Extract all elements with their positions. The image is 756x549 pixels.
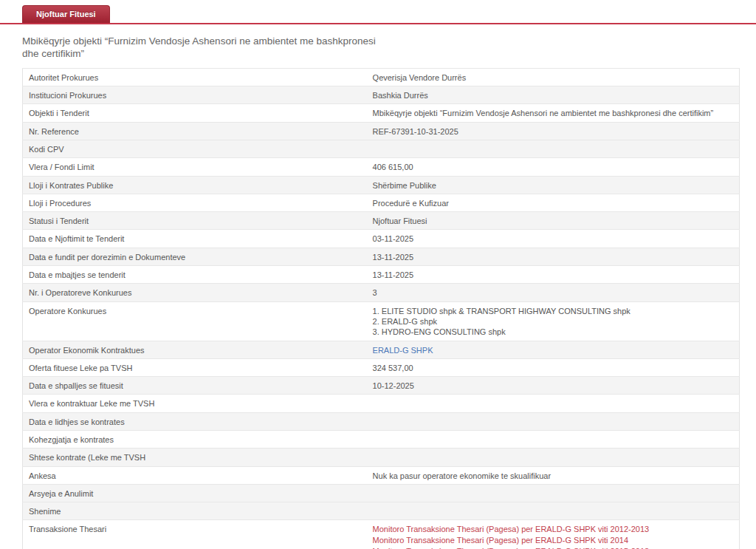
page-title: Mbikëqyrje objekti “Furnizim Vendosje As… <box>22 35 380 61</box>
table-row: Transaksione ThesariMonitoro Transaksion… <box>23 520 740 549</box>
row-value: Mbikëqyrje objekti “Furnizim Vendosje As… <box>367 104 740 122</box>
row-value-text <box>373 435 375 444</box>
row-label: Nr. Reference <box>23 122 367 140</box>
row-value <box>367 502 740 520</box>
table-row: Oferta fituese Leke pa TVSH324 537,00 <box>23 358 740 376</box>
table-row: Data e lidhjes se kontrates <box>23 412 740 430</box>
table-row: Shtese kontrate (Leke me TVSH <box>23 449 740 466</box>
competitor-line: 2. ERALD-G shpk <box>373 316 733 327</box>
row-value-text <box>373 417 375 426</box>
row-label: Ankesa <box>23 466 367 484</box>
row-label: Nr. i Operatoreve Konkurues <box>23 284 367 301</box>
table-row: Objekti i TenderitMbikëqyrje objekti “Fu… <box>23 104 740 122</box>
table-row: Statusi i TenderitNjoftuar Fituesi <box>23 212 740 230</box>
row-value <box>367 140 740 157</box>
row-value-text <box>373 453 375 462</box>
competitor-line: 1. ELITE STUDIO shpk & TRANSPORT HIGHWAY… <box>373 306 733 316</box>
row-value: Bashkia Durrës <box>367 86 740 104</box>
competitor-line: 3. HYDRO-ENG CONSULTING shpk <box>373 327 733 337</box>
row-value: Qeverisja Vendore Durrës <box>367 68 740 86</box>
row-value: REF-67391-10-31-2025 <box>367 122 740 140</box>
table-row: Nr. i Operatoreve Konkurues3 <box>23 284 740 301</box>
table-row: Operator Ekonomik KontraktuesERALD-G SHP… <box>23 341 740 358</box>
row-value-text: 324 537,00 <box>373 364 413 372</box>
table-row: Lloji i Kontrates PublikeShërbime Publik… <box>23 176 740 194</box>
row-label: Vlera e kontraktuar Leke me TVSH <box>23 395 367 412</box>
row-label: Shtese kontrate (Leke me TVSH <box>23 449 367 466</box>
row-label: Transaksione Thesari <box>23 520 367 549</box>
row-value-text: 406 615,00 <box>373 163 413 171</box>
treasury-transaction-link[interactable]: Monitoro Transaksione Thesari (Pagesa) p… <box>373 535 733 546</box>
row-label: Operator Ekonomik Kontraktues <box>23 341 367 358</box>
row-label: Lloji i Procedures <box>23 194 367 211</box>
table-row: Kohezgjatja e kontrates <box>23 430 740 448</box>
row-value: 13-11-2025 <box>367 248 740 265</box>
row-value: 1. ELITE STUDIO shpk & TRANSPORT HIGHWAY… <box>367 301 740 341</box>
row-label: Data e Njoftimit te Tenderit <box>23 230 367 248</box>
row-label: Oferta fituese Leke pa TVSH <box>23 358 367 376</box>
table-row: Lloji i ProceduresProcedurë e Kufizuar <box>23 194 740 211</box>
row-value-text <box>373 507 375 516</box>
table-row: Data e mbajtjes se tenderit13-11-2025 <box>23 266 740 284</box>
row-value: Monitoro Transaksione Thesari (Pagesa) p… <box>367 520 740 549</box>
table-row: Data e Njoftimit te Tenderit03-11-2025 <box>23 230 740 248</box>
row-label: Data e mbajtjes se tenderit <box>23 266 367 284</box>
row-value-text <box>373 399 375 408</box>
row-value: ERALD-G SHPK <box>367 341 740 358</box>
row-label: Lloji i Kontrates Publike <box>23 176 367 194</box>
row-value <box>367 395 740 412</box>
row-label: Kohezgjatja e kontrates <box>23 430 367 448</box>
contracted-operator-link[interactable]: ERALD-G SHPK <box>373 346 433 355</box>
row-value-text: REF-67391-10-31-2025 <box>373 127 458 136</box>
row-value-text: Qeverisja Vendore Durrës <box>373 73 467 82</box>
row-value-text <box>373 489 375 498</box>
row-value <box>367 449 740 466</box>
tab-bar: Njoftuar Fituesi <box>0 0 756 24</box>
row-value: Nuk ka pasur operatore ekonomike te skua… <box>367 466 740 484</box>
row-label: Vlera / Fondi Limit <box>23 158 367 176</box>
tender-detail-table: Autoritet ProkuruesQeverisja Vendore Dur… <box>22 68 740 549</box>
table-row: Kodi CPV <box>23 140 740 157</box>
row-value <box>367 412 740 430</box>
table-row: Shenime <box>23 502 740 520</box>
row-value <box>367 430 740 448</box>
row-value-text <box>373 145 375 154</box>
treasury-transaction-link[interactable]: Monitoro Transaksione Thesari (Pagesa) p… <box>373 524 733 535</box>
row-value: 324 537,00 <box>367 358 740 376</box>
row-label: Data e lidhjes se kontrates <box>23 412 367 430</box>
row-value: 10-12-2025 <box>367 377 740 395</box>
row-value-text: 10-12-2025 <box>373 381 414 390</box>
row-value: Shërbime Publike <box>367 176 740 194</box>
row-value: 13-11-2025 <box>367 266 740 284</box>
table-row: Arsyeja e Anulimit <box>23 484 740 502</box>
row-value-text: Nuk ka pasur operatore ekonomike te skua… <box>373 471 551 480</box>
row-value-text: Procedurë e Kufizuar <box>373 199 449 208</box>
treasury-transaction-link[interactable]: Monitoro Transaksione Thesari (Pagesa) p… <box>373 546 733 549</box>
row-label: Institucioni Prokurues <box>23 86 367 104</box>
row-value: 406 615,00 <box>367 158 740 176</box>
row-label: Data e shpalljes se fituesit <box>23 377 367 395</box>
row-value-text: 03-11-2025 <box>373 234 413 243</box>
row-label: Shenime <box>23 502 367 520</box>
tab-njoftuar-fituesi[interactable]: Njoftuar Fituesi <box>22 5 110 23</box>
row-value: Njoftuar Fituesi <box>367 212 740 230</box>
row-label: Autoritet Prokurues <box>23 68 367 86</box>
row-value-text: 13-11-2025 <box>373 270 413 279</box>
table-row: Vlera / Fondi Limit406 615,00 <box>23 158 740 176</box>
row-label: Statusi i Tenderit <box>23 212 367 230</box>
row-label: Objekti i Tenderit <box>23 104 367 122</box>
table-row: Vlera e kontraktuar Leke me TVSH <box>23 395 740 412</box>
table-row: Nr. ReferenceREF-67391-10-31-2025 <box>23 122 740 140</box>
row-value: Procedurë e Kufizuar <box>367 194 740 211</box>
row-value-text: 13-11-2025 <box>373 253 413 262</box>
row-label: Data e fundit per dorezimin e Dokumentev… <box>23 248 367 265</box>
row-value-text: 3 <box>373 288 377 297</box>
row-value: 03-11-2025 <box>367 230 740 248</box>
row-value-text: Njoftuar Fituesi <box>373 216 427 225</box>
table-row: Autoritet ProkuruesQeverisja Vendore Dur… <box>23 68 740 86</box>
table-row: Institucioni ProkuruesBashkia Durrës <box>23 86 740 104</box>
table-row: Operatore Konkurues1. ELITE STUDIO shpk … <box>23 301 740 341</box>
table-row: AnkesaNuk ka pasur operatore ekonomike t… <box>23 466 740 484</box>
row-value-text: Mbikëqyrje objekti “Furnizim Vendosje As… <box>373 109 714 117</box>
row-value-text: Shërbime Publike <box>373 181 436 190</box>
